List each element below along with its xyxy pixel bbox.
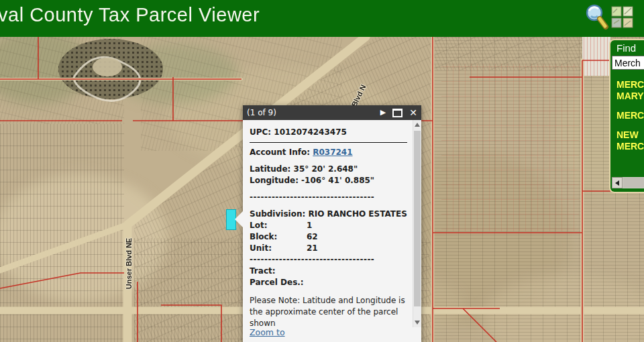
find-panel-hscrollbar[interactable] — [612, 177, 644, 188]
basemap-gallery-icon[interactable] — [611, 6, 634, 29]
subdivision-line: Subdivision: RIO RANCHO ESTATES — [250, 209, 409, 220]
popup-footer: Zoom to — [243, 327, 413, 342]
scroll-up-icon[interactable] — [415, 123, 420, 127]
unit-row: Unit: 21 — [250, 243, 409, 254]
popup-note: Please Note: Latitude and Longitude is t… — [250, 295, 409, 329]
lot-row: Lot: 1 — [250, 220, 409, 231]
find-panel-title: Find — [616, 42, 644, 54]
popup-body: UPC: 1012074243475 Account Info: R037241… — [243, 120, 421, 342]
scroll-left-icon[interactable] — [612, 177, 623, 188]
zoom-to-link[interactable]: Zoom to — [250, 327, 285, 337]
find-panel: Find MERC MARY MERC NEW MERC — [609, 39, 644, 193]
find-search-input[interactable] — [612, 56, 644, 70]
hscrollbar-thumb[interactable] — [623, 178, 644, 188]
block-row: Block: 62 — [250, 231, 409, 243]
parcel-des-line: Parcel Des.: — [250, 277, 409, 288]
result-line: MERC — [616, 141, 644, 152]
lot-label: Lot: — [250, 220, 307, 231]
longitude-line: Longitude: -106° 41' 0.885" — [250, 175, 409, 186]
popup-header[interactable]: (1 of 9) ▶ ✕ — [243, 105, 421, 120]
lot-value: 1 — [307, 220, 312, 231]
parcel-info-popup: (1 of 9) ▶ ✕ UPC: 1012074243475 Account … — [243, 105, 421, 342]
account-info-label: Account Info: — [250, 148, 313, 157]
popup-scroll-content: UPC: 1012074243475 Account Info: R037241… — [243, 120, 413, 329]
find-result-item[interactable]: NEW MERC — [616, 129, 644, 152]
app-window: Unser Blvd NE Unser Blvd N val County Ta… — [0, 0, 644, 342]
block-label: Block: — [250, 231, 307, 243]
find-result-item[interactable]: MERC — [616, 110, 644, 121]
popup-callout-pointer — [235, 211, 243, 227]
search-icon[interactable] — [583, 3, 610, 32]
dashed-separator: ---------------------------------- — [250, 192, 409, 203]
popup-pager: (1 of 9) — [247, 108, 276, 117]
result-line: MERC — [616, 79, 644, 91]
block-value: 62 — [307, 231, 318, 243]
scroll-down-icon[interactable] — [415, 321, 420, 325]
maximize-icon[interactable] — [392, 109, 402, 117]
dashed-separator: ---------------------------------- — [250, 254, 409, 266]
result-line: MERC — [616, 110, 644, 121]
latitude-line: Latitude: 35° 20' 2.648" — [250, 164, 409, 175]
unit-value: 21 — [307, 243, 318, 254]
close-icon[interactable]: ✕ — [409, 105, 417, 120]
find-result-item[interactable]: MERC MARY — [616, 79, 644, 102]
divider-line — [250, 142, 407, 143]
app-title: val County Tax Parcel Viewer — [0, 4, 260, 26]
find-results-list: MERC MARY MERC NEW MERC — [616, 79, 644, 160]
app-header: val County Tax Parcel Viewer — [0, 0, 644, 37]
scrollbar-thumb[interactable] — [414, 131, 421, 306]
unit-label: Unit: — [250, 243, 307, 254]
popup-scrollbar[interactable] — [413, 120, 421, 327]
tract-line: Tract: — [250, 266, 409, 277]
account-info-line: Account Info: R037241 — [250, 147, 409, 158]
account-info-link[interactable]: R037241 — [313, 148, 352, 157]
next-record-icon[interactable]: ▶ — [380, 105, 386, 120]
street-label-unser-blvd-ne: Unser Blvd NE — [125, 238, 133, 289]
upc-line: UPC: 1012074243475 — [250, 127, 409, 138]
result-line: MARY — [616, 91, 644, 102]
result-line: NEW — [616, 129, 644, 141]
